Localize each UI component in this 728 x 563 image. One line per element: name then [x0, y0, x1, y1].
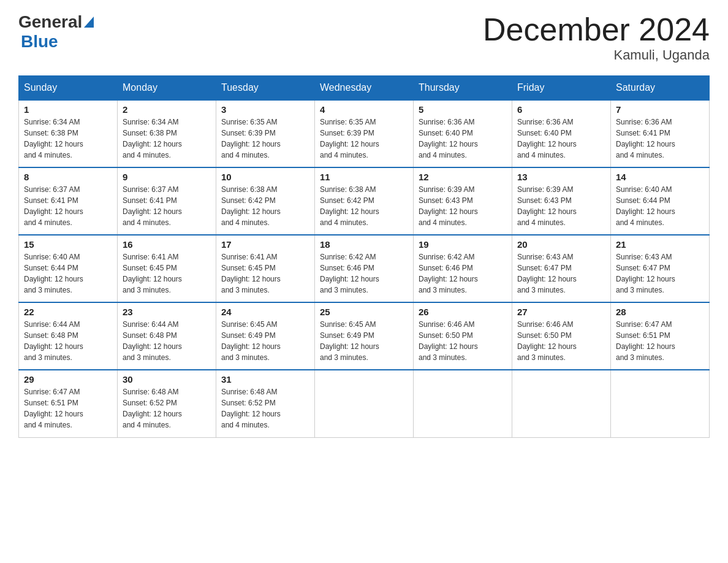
day-info: Sunrise: 6:34 AMSunset: 6:38 PMDaylight:… — [24, 118, 83, 159]
day-info: Sunrise: 6:40 AMSunset: 6:44 PMDaylight:… — [616, 185, 675, 227]
table-row — [414, 370, 512, 437]
day-info: Sunrise: 6:38 AMSunset: 6:42 PMDaylight:… — [320, 185, 379, 227]
table-row: 8Sunrise: 6:37 AMSunset: 6:41 PMDaylight… — [19, 167, 118, 235]
day-number: 8 — [24, 172, 112, 182]
day-number: 10 — [221, 172, 309, 182]
table-row — [512, 370, 611, 437]
table-row: 20Sunrise: 6:43 AMSunset: 6:47 PMDayligh… — [512, 235, 611, 302]
day-info: Sunrise: 6:41 AMSunset: 6:45 PMDaylight:… — [123, 253, 182, 294]
table-row: 22Sunrise: 6:44 AMSunset: 6:48 PMDayligh… — [19, 302, 118, 370]
day-number: 25 — [320, 307, 408, 317]
table-row: 25Sunrise: 6:45 AMSunset: 6:49 PMDayligh… — [315, 302, 414, 370]
table-row: 31Sunrise: 6:48 AMSunset: 6:52 PMDayligh… — [216, 370, 315, 437]
col-monday: Monday — [118, 76, 216, 101]
day-info: Sunrise: 6:38 AMSunset: 6:42 PMDaylight:… — [221, 185, 281, 227]
table-row: 16Sunrise: 6:41 AMSunset: 6:45 PMDayligh… — [118, 235, 216, 302]
logo-general-text: General — [18, 12, 82, 32]
day-number: 21 — [616, 239, 704, 250]
table-row: 5Sunrise: 6:36 AMSunset: 6:40 PMDaylight… — [414, 100, 512, 167]
table-row — [611, 370, 710, 437]
table-row: 28Sunrise: 6:47 AMSunset: 6:51 PMDayligh… — [611, 302, 710, 370]
col-friday: Friday — [512, 76, 611, 101]
day-number: 7 — [616, 104, 704, 115]
day-info: Sunrise: 6:36 AMSunset: 6:41 PMDaylight:… — [616, 118, 675, 159]
day-number: 13 — [517, 172, 605, 182]
table-row: 26Sunrise: 6:46 AMSunset: 6:50 PMDayligh… — [414, 302, 512, 370]
table-row: 15Sunrise: 6:40 AMSunset: 6:44 PMDayligh… — [19, 235, 118, 302]
table-row: 17Sunrise: 6:41 AMSunset: 6:45 PMDayligh… — [216, 235, 315, 302]
location: Kamuli, Uganda — [483, 47, 710, 63]
table-row: 10Sunrise: 6:38 AMSunset: 6:42 PMDayligh… — [216, 167, 315, 235]
calendar-week-row: 8Sunrise: 6:37 AMSunset: 6:41 PMDaylight… — [19, 167, 710, 235]
table-row: 11Sunrise: 6:38 AMSunset: 6:42 PMDayligh… — [315, 167, 414, 235]
day-info: Sunrise: 6:44 AMSunset: 6:48 PMDaylight:… — [24, 320, 83, 362]
day-number: 28 — [616, 307, 704, 317]
day-info: Sunrise: 6:45 AMSunset: 6:49 PMDaylight:… — [320, 320, 379, 362]
page-header: General Blue December 2024 Kamuli, Ugand… — [18, 12, 710, 63]
day-number: 12 — [419, 172, 507, 182]
day-info: Sunrise: 6:42 AMSunset: 6:46 PMDaylight:… — [419, 253, 478, 294]
day-info: Sunrise: 6:46 AMSunset: 6:50 PMDaylight:… — [419, 320, 478, 362]
day-number: 3 — [221, 104, 309, 115]
day-number: 18 — [320, 239, 408, 250]
col-tuesday: Tuesday — [216, 76, 315, 101]
day-number: 16 — [123, 239, 211, 250]
day-number: 23 — [123, 307, 211, 317]
day-info: Sunrise: 6:39 AMSunset: 6:43 PMDaylight:… — [419, 185, 478, 227]
day-info: Sunrise: 6:34 AMSunset: 6:38 PMDaylight:… — [123, 118, 182, 159]
day-number: 2 — [123, 104, 211, 115]
day-number: 6 — [517, 104, 605, 115]
table-row: 2Sunrise: 6:34 AMSunset: 6:38 PMDaylight… — [118, 100, 216, 167]
day-number: 4 — [320, 104, 408, 115]
day-info: Sunrise: 6:45 AMSunset: 6:49 PMDaylight:… — [221, 320, 281, 362]
col-sunday: Sunday — [19, 76, 118, 101]
table-row: 6Sunrise: 6:36 AMSunset: 6:40 PMDaylight… — [512, 100, 611, 167]
table-row: 3Sunrise: 6:35 AMSunset: 6:39 PMDaylight… — [216, 100, 315, 167]
table-row — [315, 370, 414, 437]
calendar-week-row: 1Sunrise: 6:34 AMSunset: 6:38 PMDaylight… — [19, 100, 710, 167]
day-number: 9 — [123, 172, 211, 182]
day-info: Sunrise: 6:41 AMSunset: 6:45 PMDaylight:… — [221, 253, 281, 294]
day-number: 19 — [419, 239, 507, 250]
table-row: 19Sunrise: 6:42 AMSunset: 6:46 PMDayligh… — [414, 235, 512, 302]
day-info: Sunrise: 6:40 AMSunset: 6:44 PMDaylight:… — [24, 253, 83, 294]
day-info: Sunrise: 6:37 AMSunset: 6:41 PMDaylight:… — [24, 185, 83, 227]
col-wednesday: Wednesday — [315, 76, 414, 101]
table-row: 13Sunrise: 6:39 AMSunset: 6:43 PMDayligh… — [512, 167, 611, 235]
day-number: 14 — [616, 172, 704, 182]
day-number: 15 — [24, 239, 112, 250]
table-row: 4Sunrise: 6:35 AMSunset: 6:39 PMDaylight… — [315, 100, 414, 167]
day-info: Sunrise: 6:39 AMSunset: 6:43 PMDaylight:… — [517, 185, 577, 227]
table-row: 29Sunrise: 6:47 AMSunset: 6:51 PMDayligh… — [19, 370, 118, 437]
day-number: 22 — [24, 307, 112, 317]
day-info: Sunrise: 6:35 AMSunset: 6:39 PMDaylight:… — [221, 118, 281, 159]
day-number: 17 — [221, 239, 309, 250]
logo-blue-text: Blue — [21, 32, 58, 51]
day-number: 29 — [24, 374, 112, 385]
day-info: Sunrise: 6:36 AMSunset: 6:40 PMDaylight:… — [517, 118, 577, 159]
day-number: 27 — [517, 307, 605, 317]
table-row: 14Sunrise: 6:40 AMSunset: 6:44 PMDayligh… — [611, 167, 710, 235]
day-info: Sunrise: 6:47 AMSunset: 6:51 PMDaylight:… — [24, 388, 83, 429]
table-row: 18Sunrise: 6:42 AMSunset: 6:46 PMDayligh… — [315, 235, 414, 302]
day-info: Sunrise: 6:43 AMSunset: 6:47 PMDaylight:… — [517, 253, 577, 294]
day-number: 5 — [419, 104, 507, 115]
month-title: December 2024 — [483, 12, 710, 47]
day-info: Sunrise: 6:43 AMSunset: 6:47 PMDaylight:… — [616, 253, 675, 294]
day-number: 24 — [221, 307, 309, 317]
calendar-week-row: 29Sunrise: 6:47 AMSunset: 6:51 PMDayligh… — [19, 370, 710, 437]
day-info: Sunrise: 6:42 AMSunset: 6:46 PMDaylight:… — [320, 253, 379, 294]
day-number: 11 — [320, 172, 408, 182]
table-row: 27Sunrise: 6:46 AMSunset: 6:50 PMDayligh… — [512, 302, 611, 370]
day-info: Sunrise: 6:46 AMSunset: 6:50 PMDaylight:… — [517, 320, 577, 362]
table-row: 7Sunrise: 6:36 AMSunset: 6:41 PMDaylight… — [611, 100, 710, 167]
day-info: Sunrise: 6:44 AMSunset: 6:48 PMDaylight:… — [123, 320, 182, 362]
day-number: 30 — [123, 374, 211, 385]
day-number: 20 — [517, 239, 605, 250]
logo: General Blue — [18, 12, 94, 52]
col-saturday: Saturday — [611, 76, 710, 101]
day-info: Sunrise: 6:48 AMSunset: 6:52 PMDaylight:… — [221, 388, 281, 429]
logo-triangle-icon — [84, 17, 94, 28]
table-row: 24Sunrise: 6:45 AMSunset: 6:49 PMDayligh… — [216, 302, 315, 370]
table-row: 9Sunrise: 6:37 AMSunset: 6:41 PMDaylight… — [118, 167, 216, 235]
